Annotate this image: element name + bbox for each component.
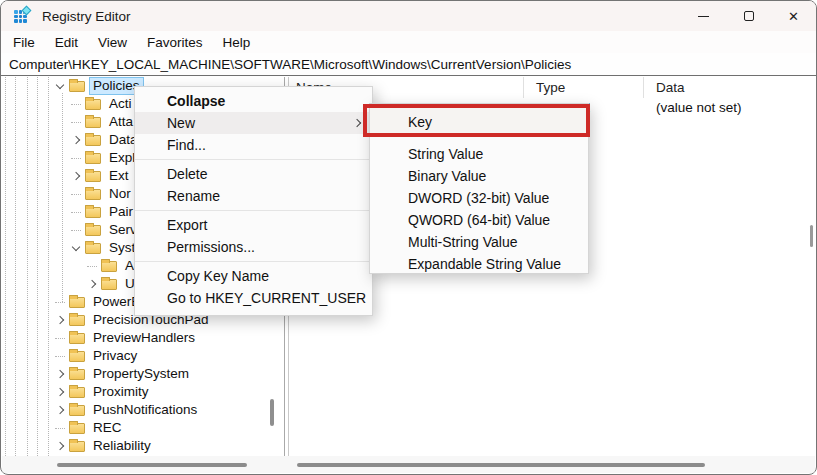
tree-item-label: Reliability [90, 438, 154, 454]
folder-icon [69, 441, 85, 452]
folder-icon [85, 135, 101, 146]
submenu-item-string-value[interactable]: String Value [370, 143, 588, 165]
tree-dotted-connector [69, 104, 83, 105]
minimize-button[interactable] [681, 1, 726, 31]
folder-icon [69, 333, 85, 344]
tree-horizontal-scrollbar[interactable] [57, 463, 247, 467]
menubar-item-favorites[interactable]: Favorites [137, 35, 213, 50]
tree-vertical-scrollbar[interactable] [270, 399, 274, 426]
chevron-down-icon[interactable] [53, 84, 67, 88]
registry-editor-window: Registry Editor ✕ FileEditViewFavoritesH… [0, 0, 817, 475]
folder-icon [85, 171, 101, 182]
folder-icon [85, 189, 101, 200]
context-menu-item-rename[interactable]: Rename [135, 185, 372, 207]
tree-dotted-connector [53, 302, 67, 303]
tree-item-rec[interactable]: REC [1, 419, 284, 437]
tree-item-label: Atta [106, 114, 136, 130]
tree-dotted-connector [85, 266, 99, 267]
close-icon: ✕ [788, 10, 799, 23]
submenu-item-qword-64-bit-value[interactable]: QWORD (64-bit) Value [370, 209, 588, 231]
tree-item-previewhandlers[interactable]: PreviewHandlers [1, 329, 284, 347]
tree-item-label: PushNotifications [90, 402, 200, 418]
tree-item-pushnotifications[interactable]: PushNotifications [1, 401, 284, 419]
values-vertical-scrollbar[interactable] [810, 225, 813, 247]
folder-icon [85, 153, 101, 164]
chevron-down-icon[interactable] [69, 246, 83, 250]
maximize-button[interactable] [726, 1, 771, 31]
chevron-right-icon[interactable] [69, 173, 83, 179]
tree-item-label: Acti [106, 96, 135, 112]
chevron-right-icon[interactable] [53, 389, 67, 395]
tree-item-propertysystem[interactable]: PropertySystem [1, 365, 284, 383]
menu-separator [135, 159, 372, 160]
context-menu-item-delete[interactable]: Delete [135, 163, 372, 185]
folder-icon [85, 117, 101, 128]
folder-icon [69, 405, 85, 416]
tree-dotted-connector [69, 158, 83, 159]
folder-icon [69, 297, 85, 308]
menubar-item-file[interactable]: File [3, 35, 45, 50]
tree-dotted-connector [53, 356, 67, 357]
tree-dotted-connector [69, 230, 83, 231]
folder-icon [85, 99, 101, 110]
folder-icon [69, 81, 85, 92]
folder-icon [85, 225, 101, 236]
column-header-data[interactable]: Data [644, 77, 815, 98]
menubar-item-edit[interactable]: Edit [45, 35, 88, 50]
titlebar: Registry Editor ✕ [1, 1, 816, 31]
context-menu-item-collapse[interactable]: Collapse [135, 90, 372, 112]
submenu-item-multi-string-value[interactable]: Multi-String Value [370, 231, 588, 253]
bottom-scrollbar-strip [2, 456, 815, 473]
column-header-type[interactable]: Type [524, 77, 644, 98]
tree-item-label: Ext [106, 168, 132, 184]
chevron-right-icon[interactable] [69, 137, 83, 143]
minimize-icon [698, 16, 709, 17]
tree-item-privacy[interactable]: Privacy [1, 347, 284, 365]
context-menu-item-export[interactable]: Export [135, 214, 372, 236]
folder-icon [85, 243, 101, 254]
submenu-item-dword-32-bit-value[interactable]: DWORD (32-bit) Value [370, 187, 588, 209]
value-data-cell: (value not set) [644, 100, 815, 115]
folder-icon [69, 351, 85, 362]
chevron-right-icon[interactable] [53, 407, 67, 413]
context-menu-item-find[interactable]: Find... [135, 134, 372, 156]
menubar-item-help[interactable]: Help [213, 35, 261, 50]
folder-icon [69, 423, 85, 434]
chevron-right-icon[interactable] [53, 371, 67, 377]
tree-item-label: Proximity [90, 384, 152, 400]
folder-icon [101, 279, 117, 290]
window-title: Registry Editor [42, 9, 131, 24]
context-menu-item-permissions[interactable]: Permissions... [135, 236, 372, 258]
context-menu: CollapseNewFind...DeleteRenameExportPerm… [134, 86, 373, 316]
tree-item-label: Nor [106, 186, 134, 202]
key-highlight-red-box [363, 104, 590, 137]
menubar-item-view[interactable]: View [88, 35, 137, 50]
context-menu-item-copy-key-name[interactable]: Copy Key Name [135, 265, 372, 287]
maximize-icon [744, 11, 754, 21]
folder-icon [69, 387, 85, 398]
chevron-right-icon[interactable] [53, 443, 67, 449]
address-bar[interactable]: Computer\HKEY_LOCAL_MACHINE\SOFTWARE\Mic… [1, 53, 816, 76]
folder-icon [85, 207, 101, 218]
context-menu-item-go-to-hkey-current-user[interactable]: Go to HKEY_CURRENT_USER [135, 287, 372, 309]
values-horizontal-scrollbar[interactable] [297, 463, 705, 467]
menubar: FileEditViewFavoritesHelp [1, 31, 816, 53]
menu-separator [135, 210, 372, 211]
chevron-right-icon[interactable] [53, 317, 67, 323]
tree-item-label: REC [90, 420, 125, 436]
chevron-right-icon[interactable] [85, 281, 99, 287]
folder-icon [69, 315, 85, 326]
tree-item-proximity[interactable]: Proximity [1, 383, 284, 401]
tree-dotted-connector [53, 338, 67, 339]
submenu-item-binary-value[interactable]: Binary Value [370, 165, 588, 187]
menu-separator [135, 261, 372, 262]
chevron-right-icon [353, 119, 361, 127]
address-path: Computer\HKEY_LOCAL_MACHINE\SOFTWARE\Mic… [1, 57, 571, 72]
context-menu-item-new[interactable]: New [135, 112, 372, 134]
close-button[interactable]: ✕ [771, 1, 816, 31]
tree-item-label: PreviewHandlers [90, 330, 198, 346]
submenu-item-expandable-string-value[interactable]: Expandable String Value [370, 253, 588, 275]
folder-icon [69, 369, 85, 380]
tree-dotted-connector [69, 194, 83, 195]
tree-item-reliability[interactable]: Reliability [1, 437, 284, 455]
